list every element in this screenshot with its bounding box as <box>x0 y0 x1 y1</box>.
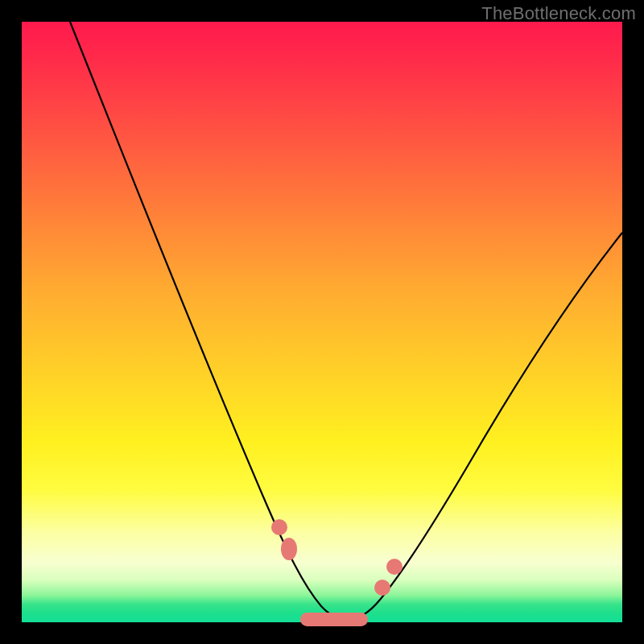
marker-bottom-bar <box>300 613 368 626</box>
bottleneck-curve <box>70 22 622 619</box>
chart-frame: TheBottleneck.com <box>0 0 644 644</box>
plot-area <box>22 22 622 622</box>
marker-right-upper-dot <box>386 559 402 575</box>
marker-right-lower-dot <box>374 580 390 596</box>
chart-svg <box>22 22 622 622</box>
marker-left-upper-dot <box>271 519 287 535</box>
watermark-text: TheBottleneck.com <box>481 3 636 24</box>
marker-left-lower-dot <box>281 538 297 560</box>
